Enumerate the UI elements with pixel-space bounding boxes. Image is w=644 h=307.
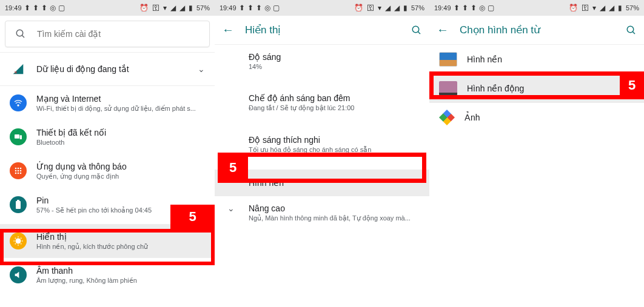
alarm-icon: ⏰ — [354, 4, 363, 12]
svg-rect-5 — [20, 135, 22, 139]
row-title: Hiển thị — [36, 232, 148, 242]
search-box[interactable] — [5, 21, 210, 47]
svg-point-20 — [627, 26, 634, 33]
data-toggle-row[interactable]: ✕ Dữ liệu di động đang tắt ⌄ — [0, 52, 215, 86]
back-button[interactable]: ← — [222, 23, 234, 37]
row-title: Độ sáng thích nghi — [249, 135, 420, 145]
row-wallpaper[interactable]: Hình nền — [215, 170, 429, 196]
upload-icon: ⬆ — [24, 4, 30, 12]
brightness-icon — [10, 233, 27, 249]
row-brightness[interactable]: Độ sáng 14% — [215, 45, 429, 78]
row-sub: Đang tắt / Sẽ tự động bật lúc 21:00 — [249, 104, 420, 112]
back-button[interactable]: ← — [437, 23, 449, 37]
panel-settings: 19:49 ⬆ ⬆ ⬆ ◎ ▢ ⏰ ⚿ ▾ ◢ ◢ ▮ 57% ✕ Dữ liệ… — [0, 0, 215, 307]
svg-point-13 — [18, 173, 19, 174]
row-advanced[interactable]: ⌄ Nâng cao Ngủ, Màn hình thông minh đã b… — [215, 196, 429, 229]
upload-icon: ⬆ — [256, 4, 262, 12]
row-sub: Bluetooth — [36, 139, 106, 146]
page-title: Hiển thị — [245, 24, 400, 36]
svg-point-18 — [412, 26, 419, 33]
row-adaptive[interactable]: Độ sáng thích nghi Tối ưu hóa độ sáng ch… — [215, 128, 429, 161]
status-time: 19:49 — [220, 4, 236, 12]
row-title: Hình nền — [467, 54, 502, 64]
upload-icon: ⬆ — [247, 4, 253, 12]
svg-line-21 — [632, 31, 635, 34]
row-title: Độ sáng — [249, 52, 420, 62]
target-icon: ◎ — [264, 4, 270, 12]
alarm-icon: ⏰ — [569, 4, 578, 12]
upload-icon: ⬆ — [471, 4, 477, 12]
svg-rect-4 — [15, 134, 19, 139]
data-toggle-title: Dữ liệu di động đang tắt — [36, 64, 129, 74]
row-photos[interactable]: Ảnh — [429, 103, 644, 132]
svg-point-7 — [18, 168, 19, 170]
target-icon: ◎ — [479, 4, 485, 12]
row-title: Nâng cao — [249, 203, 420, 213]
search-button[interactable] — [411, 25, 422, 36]
row-sub: Wi-Fi, thiết bị di động, sử dụng dữ liệu… — [36, 105, 196, 113]
signal-icon: ◢ — [170, 4, 176, 12]
photos-icon — [439, 110, 455, 125]
row-title: Thiết bị đã kết nối — [36, 128, 106, 137]
svg-point-14 — [20, 173, 22, 174]
vpn-icon: ⚿ — [582, 4, 589, 12]
row-title: Pin — [36, 196, 152, 205]
instagram-icon: ▢ — [58, 4, 65, 12]
row-live-wallpapers[interactable]: Hình nền động — [429, 74, 644, 103]
svg-line-19 — [418, 31, 420, 34]
row-sound[interactable]: Âm thanh Âm lượng, rung, Không làm phiền — [0, 258, 215, 292]
row-devices[interactable]: Thiết bị đã kết nối Bluetooth — [0, 120, 215, 154]
svg-point-9 — [15, 170, 17, 172]
data-off-icon: ✕ — [10, 61, 27, 78]
vpn-icon: ⚿ — [152, 4, 159, 12]
svg-point-8 — [20, 168, 22, 170]
devices-icon — [10, 128, 27, 145]
row-nightlight[interactable]: Chế độ ánh sáng ban đêm Đang tắt / Sẽ tự… — [215, 86, 429, 119]
search-input[interactable] — [37, 29, 200, 39]
search-button[interactable] — [626, 25, 637, 36]
panel-display: 19:49 ⬆ ⬆ ⬆ ◎ ▢ ⏰ ⚿ ▾ ◢ ◢ ▮ 57% ← Hiển t… — [215, 0, 429, 307]
svg-point-6 — [15, 168, 17, 170]
page-title: Chọn hình nền từ — [460, 24, 615, 36]
battery-text: 57% — [411, 4, 424, 12]
row-wallpapers[interactable]: Hình nền — [429, 45, 644, 74]
instagram-icon: ▢ — [273, 4, 280, 12]
sound-icon — [10, 266, 27, 283]
wifi-icon: ▾ — [378, 4, 381, 12]
vpn-icon: ⚿ — [367, 4, 374, 12]
signal-icon: ◢ — [609, 4, 614, 12]
row-display[interactable]: Hiển thị Hình nền, ngủ, kích thước phông… — [0, 224, 215, 258]
svg-rect-16 — [17, 200, 19, 201]
target-icon: ◎ — [50, 4, 56, 12]
chevron-down-icon: ⌄ — [198, 64, 205, 74]
row-battery[interactable]: Pin 57% - Sẽ hết pin cho tới khoảng 04:4… — [0, 188, 215, 222]
row-apps[interactable]: Ứng dụng và thông báo Quyền, ứng dụng mặ… — [0, 154, 215, 188]
upload-icon: ⬆ — [41, 4, 47, 12]
svg-point-11 — [20, 170, 22, 172]
svg-point-17 — [16, 239, 21, 243]
alarm-icon: ⏰ — [139, 4, 149, 12]
svg-point-0 — [16, 30, 23, 36]
row-title: Hình nền động — [467, 84, 524, 93]
battery-icon — [10, 196, 27, 213]
row-network[interactable]: Mạng và Internet Wi-Fi, thiết bị di động… — [0, 86, 215, 120]
upload-icon: ⬆ — [454, 4, 460, 12]
live-wallpapers-icon — [439, 81, 457, 96]
battery-icon: ▮ — [189, 4, 193, 12]
svg-line-1 — [22, 35, 24, 38]
svg-text:✕: ✕ — [14, 70, 18, 74]
row-sub: Tối ưu hóa độ sáng cho ánh sáng có sẵn — [249, 146, 420, 154]
svg-rect-15 — [16, 201, 21, 209]
battery-icon: ▮ — [618, 4, 622, 12]
status-time: 19:49 — [434, 4, 451, 12]
signal-icon: ◢ — [600, 4, 605, 12]
upload-icon: ⬆ — [33, 4, 39, 12]
wifi-icon: ▾ — [592, 4, 596, 12]
appbar: ← Hiển thị — [215, 16, 429, 45]
row-sub: Hình nền, ngủ, kích thước phông chữ — [36, 243, 148, 251]
wifi-icon — [10, 94, 27, 111]
chevron-down-icon: ⌄ — [224, 203, 238, 213]
upload-icon: ⬆ — [239, 4, 245, 12]
row-title: Ảnh — [465, 113, 480, 122]
svg-point-3 — [18, 105, 19, 106]
